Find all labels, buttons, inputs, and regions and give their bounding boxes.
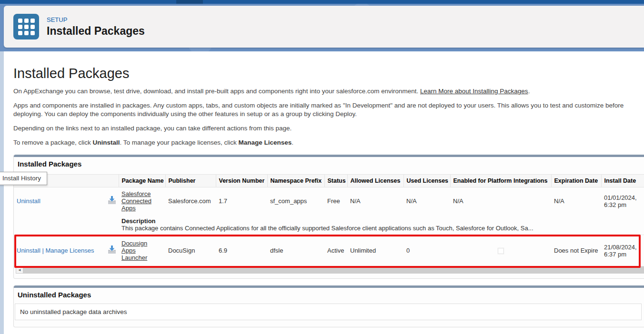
uninstall-link[interactable]: Uninstall bbox=[17, 247, 40, 254]
enabled-platform-checkbox[interactable] bbox=[498, 248, 504, 254]
col-install-date: Install Date bbox=[601, 175, 644, 187]
download-package-icon[interactable] bbox=[107, 196, 117, 206]
table-row: Uninstall Salesforce Connected Apps bbox=[14, 187, 644, 215]
remove-info-paragraph: To remove a package, click Uninstall. To… bbox=[13, 138, 642, 147]
namespace-cell: dfsle bbox=[267, 235, 324, 266]
publisher-cell: Salesforce.com bbox=[165, 187, 216, 215]
col-allowed-licenses: Allowed Licenses bbox=[347, 175, 403, 187]
col-expiration-date: Expiration Date bbox=[551, 175, 601, 187]
package-row-docusign-apps-launcher: Uninstall | Manage Licenses bbox=[14, 235, 644, 266]
top-strip bbox=[0, 0, 644, 4]
packages-info-paragraph: Apps and components are installed in pac… bbox=[13, 101, 642, 118]
expiration-date-cell: Does not Expire bbox=[551, 235, 601, 266]
uninstalled-packages-panel-title: Uninstalled Packages bbox=[14, 288, 644, 304]
manage-licenses-link[interactable]: Manage Licenses bbox=[46, 247, 94, 254]
expiration-date-cell: N/A bbox=[551, 187, 601, 215]
version-cell: 6.9 bbox=[216, 235, 267, 266]
install-date-cell: 01/01/2024, 6:32 pm bbox=[601, 187, 644, 215]
installed-packages-table: Package Name Publisher Version Number Na… bbox=[14, 174, 644, 266]
allowed-licenses-cell: N/A bbox=[347, 187, 403, 215]
used-licenses-cell: 0 bbox=[403, 235, 450, 266]
uninstall-bold: Uninstall bbox=[93, 139, 120, 146]
intro-paragraph: On AppExchange you can browse, test driv… bbox=[13, 87, 642, 96]
col-version-number: Version Number bbox=[216, 175, 267, 187]
description-text: This package contains Connected Applicat… bbox=[121, 225, 533, 232]
col-used-licenses: Used Licenses bbox=[403, 175, 450, 187]
installed-packages-panel: Installed Packages Package Name Publishe… bbox=[13, 155, 644, 279]
setup-header-band: SETUP Installed Packages bbox=[0, 4, 644, 51]
publisher-cell: DocuSign bbox=[165, 235, 216, 266]
remove-text-1: To remove a package, click bbox=[13, 139, 93, 146]
package-name-link[interactable]: Salesforce Connected Apps bbox=[121, 190, 151, 212]
actions-info-paragraph: Depending on the links next to an instal… bbox=[13, 124, 642, 133]
package-name-link[interactable]: Docusign Apps Launcher bbox=[121, 240, 147, 261]
namespace-cell: sf_com_apps bbox=[267, 187, 324, 215]
table-header-row: Package Name Publisher Version Number Na… bbox=[14, 175, 644, 187]
installed-packages-panel-title: Installed Packages bbox=[14, 157, 644, 174]
table-row: Uninstall | Manage Licenses bbox=[14, 235, 644, 266]
description-label: Description bbox=[121, 217, 644, 225]
enabled-platform-cell: N/A bbox=[450, 187, 551, 215]
allowed-licenses-cell: Unlimited bbox=[347, 235, 403, 266]
manage-licenses-bold: Manage Licenses bbox=[238, 139, 292, 146]
horizontal-scrollbar[interactable]: ◄ bbox=[16, 266, 644, 274]
version-cell: 1.7 bbox=[216, 187, 267, 215]
col-namespace-prefix: Namespace Prefix bbox=[267, 175, 324, 187]
uninstalled-packages-panel: Uninstalled Packages No uninstalled pack… bbox=[13, 285, 644, 327]
col-enabled-platform-integrations: Enabled for Platform Integrations bbox=[450, 175, 551, 187]
status-cell: Free bbox=[324, 187, 347, 215]
main-content: Installed Packages On AppExchange you ca… bbox=[4, 51, 644, 334]
install-date-cell: 21/08/2024, 6:37 pm bbox=[601, 235, 644, 266]
package-row-salesforce-connected-apps: Uninstall Salesforce Connected Apps bbox=[14, 187, 644, 235]
installed-packages-table-container: Package Name Publisher Version Number Na… bbox=[14, 174, 644, 266]
uninstalled-packages-empty-message: No uninstalled package data archives bbox=[15, 304, 642, 320]
page-title: Installed Packages bbox=[13, 66, 644, 81]
remove-text-2: . To manage your package licenses, click bbox=[120, 139, 239, 146]
intro-text: On AppExchange you can browse, test driv… bbox=[13, 88, 420, 95]
col-status: Status bbox=[324, 175, 347, 187]
install-history-tooltip: Install History bbox=[0, 172, 47, 185]
learn-more-link[interactable]: Learn More about Installing Packages bbox=[420, 88, 528, 95]
col-package-name: Package Name bbox=[119, 175, 165, 187]
intro-text-end: . bbox=[528, 88, 530, 95]
setup-label: SETUP bbox=[47, 16, 145, 23]
remove-text-3: . bbox=[292, 139, 293, 146]
enabled-platform-cell bbox=[450, 235, 551, 266]
scroll-left-arrow-icon[interactable]: ◄ bbox=[16, 266, 23, 274]
top-bar-shadow bbox=[176, 0, 203, 4]
action-separator: | bbox=[42, 247, 43, 254]
scrollbar-track[interactable] bbox=[23, 266, 644, 274]
download-package-icon[interactable] bbox=[107, 246, 117, 255]
used-licenses-cell: N/A bbox=[403, 187, 450, 215]
setup-grid-icon bbox=[13, 14, 39, 39]
col-publisher: Publisher bbox=[165, 175, 216, 187]
uninstall-link[interactable]: Uninstall bbox=[17, 197, 40, 205]
status-cell: Active bbox=[324, 235, 347, 266]
description-row: Description This package contains Connec… bbox=[14, 215, 644, 235]
setup-header-card: SETUP Installed Packages bbox=[4, 6, 644, 48]
setup-page-title: Installed Packages bbox=[47, 25, 145, 38]
